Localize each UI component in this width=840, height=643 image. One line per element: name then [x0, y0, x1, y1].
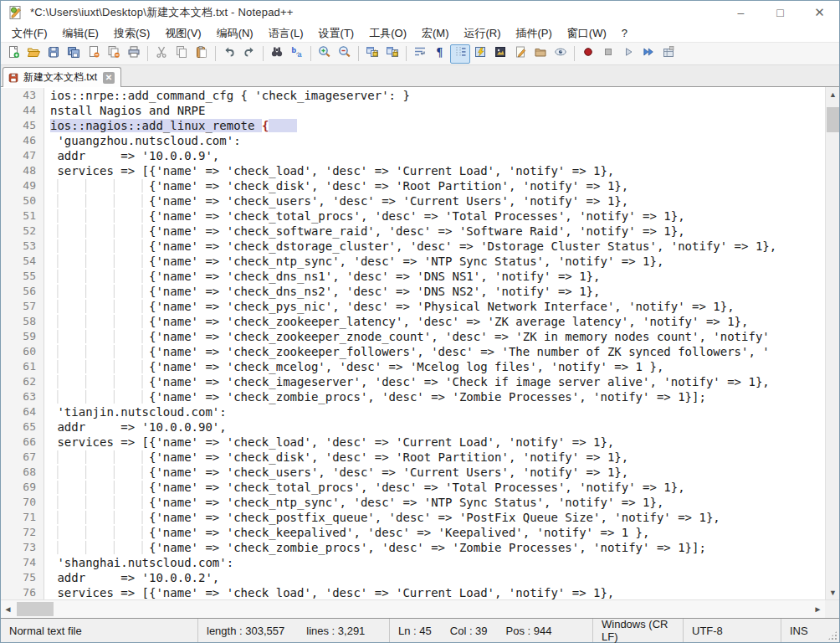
menu-language[interactable]: 语言(L): [261, 24, 311, 43]
code-line-68[interactable]: 68 {'name' => 'check_users', 'desc' => '…: [1, 465, 825, 480]
indent-guides: [50, 239, 149, 253]
code-line-50[interactable]: 50 {'name' => 'check_users', 'desc' => '…: [1, 193, 825, 208]
minimize-button[interactable]: –: [721, 1, 761, 24]
zoom-in-button[interactable]: [315, 44, 335, 64]
code-line-63[interactable]: 63 {'name' => 'check_zombie_procs', 'des…: [1, 389, 825, 404]
code-line-54[interactable]: 54 {'name' => 'check_ntp_sync', 'desc' =…: [1, 254, 825, 269]
code-line-45[interactable]: 45ios::nagios::add_linux_remote {: [1, 118, 825, 133]
tab-bar: 新建文本文档.txt ✕: [1, 65, 839, 87]
code-line-67[interactable]: 67 {'name' => 'check_disk', 'desc' => 'R…: [1, 450, 825, 465]
menu-window[interactable]: 窗口(W): [560, 24, 614, 43]
code-text: {'name' => 'check_zookeeper_followers', …: [44, 344, 770, 359]
sync-scroll-horizontal-button[interactable]: [382, 44, 402, 64]
code-line-66[interactable]: 66 services => [{'name' => 'check_load',…: [1, 435, 825, 450]
code-line-49[interactable]: 49 {'name' => 'check_disk', 'desc' => 'R…: [1, 178, 825, 193]
document-map-button[interactable]: [490, 44, 510, 64]
code-line-64[interactable]: 64 'tianjin.nutscloud.com':: [1, 404, 825, 419]
scroll-up-arrow-icon[interactable]: ▲: [826, 87, 839, 101]
line-number: 54: [1, 254, 44, 269]
run-macro-multiple-button[interactable]: [638, 44, 658, 64]
undo-button[interactable]: [219, 44, 239, 64]
menu-view[interactable]: 视图(V): [157, 24, 208, 43]
find-button[interactable]: [267, 44, 287, 64]
menu-plugins[interactable]: 插件(P): [509, 24, 560, 43]
redo-button[interactable]: [239, 44, 259, 64]
file-monitoring-button[interactable]: [551, 44, 571, 64]
menu-macro[interactable]: 宏(M): [414, 24, 457, 43]
play-macro-button[interactable]: [618, 44, 638, 64]
code-line-48[interactable]: 48 services => [{'name' => 'check_load',…: [1, 163, 825, 178]
code-line-58[interactable]: 58 {'name' => 'check_zookeeper_latency',…: [1, 314, 825, 329]
line-number: 46: [1, 133, 44, 148]
tab-new-text-document[interactable]: 新建文本文档.txt ✕: [3, 67, 121, 87]
save-all-button[interactable]: [64, 44, 84, 64]
stop-macro-button[interactable]: [598, 44, 618, 64]
code-line-51[interactable]: 51 {'name' => 'check_total_procs', 'desc…: [1, 208, 825, 224]
menu-help[interactable]: ?: [614, 25, 635, 41]
function-completion-button[interactable]: [470, 44, 490, 64]
code-line-52[interactable]: 52 {'name' => 'check_software_raid', 'de…: [1, 224, 825, 239]
code-line-46[interactable]: 46 'guangzhou.nutscloud.com':: [1, 133, 825, 148]
code-line-71[interactable]: 71 {'name' => 'check_postfix_queue', 'de…: [1, 510, 825, 525]
code-line-55[interactable]: 55 {'name' => 'check_dns_ns1', 'desc' =>…: [1, 269, 825, 284]
code-line-43[interactable]: 43ios::nrpe::add_command_cfg { 'check_im…: [1, 88, 825, 103]
code-line-57[interactable]: 57 {'name' => 'check_pys_nic', 'desc' =>…: [1, 299, 825, 314]
code-line-53[interactable]: 53 {'name' => 'check_dstorage_cluster', …: [1, 239, 825, 254]
code-line-65[interactable]: 65 addr => '10.0.0.90',: [1, 419, 825, 435]
scroll-left-arrow-icon[interactable]: ◄: [1, 600, 15, 618]
menu-tools[interactable]: 工具(O): [361, 24, 414, 43]
menu-settings[interactable]: 设置(T): [311, 24, 362, 43]
new-file-button[interactable]: [3, 44, 23, 64]
horizontal-scroll-thumb[interactable]: [17, 602, 54, 616]
vertical-scrollbar[interactable]: ▲ ▼: [825, 87, 839, 599]
close-document-button[interactable]: [84, 44, 104, 64]
document-switcher-button[interactable]: [510, 44, 530, 64]
replace-button[interactable]: ba: [287, 44, 307, 64]
code-line-74[interactable]: 74 'shanghai.nutscloud.com':: [1, 555, 825, 570]
close-button[interactable]: ✕: [800, 1, 839, 24]
line-number: 75: [1, 570, 44, 585]
word-wrap-button[interactable]: [410, 44, 430, 64]
sync-scroll-vertical-button[interactable]: [362, 44, 382, 64]
show-all-characters-button[interactable]: ¶: [430, 44, 450, 64]
code-line-72[interactable]: 72 {'name' => 'check_keepalived', 'desc'…: [1, 525, 825, 540]
horizontal-scrollbar[interactable]: ◄ ►: [1, 599, 839, 618]
zoom-out-button[interactable]: [335, 44, 355, 64]
folder-as-workspace-button[interactable]: [530, 44, 551, 64]
code-line-61[interactable]: 61 {'name' => 'check_mcelog', 'desc' => …: [1, 359, 825, 374]
code-line-44[interactable]: 44nstall Nagios and NRPE: [1, 103, 825, 118]
code-line-47[interactable]: 47 addr => '10.0.0.9',: [1, 148, 825, 163]
indent-guides: [50, 466, 149, 479]
save-macro-button[interactable]: [658, 44, 679, 64]
code-line-70[interactable]: 70 {'name' => 'check_ntp_sync', 'desc' =…: [1, 495, 825, 510]
code-line-59[interactable]: 59 {'name' => 'check_zookeeper_znode_cou…: [1, 329, 825, 344]
save-button[interactable]: [44, 44, 64, 64]
vertical-scroll-thumb[interactable]: [827, 107, 839, 132]
code-line-76[interactable]: 76 services => [{'name' => 'check_load',…: [1, 585, 825, 599]
paste-button[interactable]: [192, 44, 212, 64]
print-button[interactable]: [124, 44, 144, 64]
menu-edit[interactable]: 编辑(E): [55, 24, 106, 43]
code-line-73[interactable]: 73 {'name' => 'check_zombie_procs', 'des…: [1, 540, 825, 555]
close-all-documents-button[interactable]: [104, 44, 124, 64]
menu-run[interactable]: 运行(R): [456, 24, 508, 43]
cut-button[interactable]: [151, 44, 172, 64]
code-line-75[interactable]: 75 addr => '10.0.0.2',: [1, 570, 825, 585]
open-folder-button[interactable]: [23, 44, 44, 64]
copy-button[interactable]: [172, 44, 192, 64]
scroll-right-arrow-icon[interactable]: ►: [811, 600, 825, 618]
document-map-icon: [494, 45, 507, 62]
menu-search[interactable]: 搜索(S): [106, 24, 157, 43]
code-line-56[interactable]: 56 {'name' => 'check_dns_ns2', 'desc' =>…: [1, 284, 825, 299]
scroll-down-arrow-icon[interactable]: ▼: [826, 585, 839, 599]
code-line-69[interactable]: 69 {'name' => 'check_total_procs', 'desc…: [1, 480, 825, 495]
maximize-button[interactable]: □: [761, 1, 800, 24]
editor-lines[interactable]: 43ios::nrpe::add_command_cfg { 'check_im…: [1, 87, 825, 599]
indent-guide-button[interactable]: [450, 44, 470, 64]
menu-encoding[interactable]: 编码(N): [209, 24, 261, 43]
code-line-60[interactable]: 60 {'name' => 'check_zookeeper_followers…: [1, 344, 825, 359]
record-macro-button[interactable]: [578, 44, 598, 64]
tab-close-icon[interactable]: ✕: [103, 72, 115, 84]
menu-file[interactable]: 文件(F): [4, 24, 55, 43]
code-line-62[interactable]: 62 {'name' => 'check_imageserver', 'desc…: [1, 374, 825, 389]
